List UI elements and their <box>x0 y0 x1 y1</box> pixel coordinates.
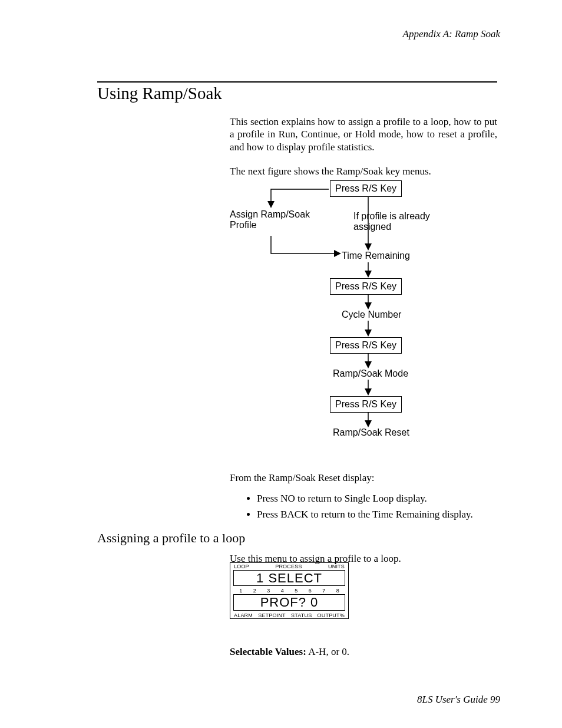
flow-if-assigned-label: If profile is already assigned <box>353 211 430 232</box>
lcd-line-2: PROF? 0 <box>233 594 345 610</box>
flow-assign-l1: Assign Ramp/Soak <box>230 209 310 219</box>
lbl-alarm: ALARM <box>234 612 253 618</box>
n1: 1 <box>234 588 248 594</box>
intro-paragraph-2: The next figure shows the Ramp/Soak key … <box>230 165 497 177</box>
selectable-values-label: Selectable Values: <box>230 646 306 657</box>
after-flow-text: From the Ramp/Soak Reset display: <box>230 472 497 484</box>
flow-press4-box: Press R/S Key <box>330 396 402 413</box>
bullet-no: Press NO to return to Single Loop displa… <box>257 490 497 506</box>
lcd-mid-numbers: 1 2 3 4 5 6 7 8 <box>230 587 348 594</box>
flow-assign-label: Assign Ramp/Soak Profile <box>230 209 310 230</box>
n4: 4 <box>276 588 290 594</box>
flow-mode: Ramp/Soak Mode <box>333 368 408 379</box>
flow-press3-box: Press R/S Key <box>330 337 402 354</box>
page-title: Using Ramp/Soak <box>97 84 222 103</box>
flow-start-box: Press R/S Key <box>330 180 402 197</box>
lcd-bottom-labels: ALARM SETPOINT STATUS OUTPUT% <box>230 612 348 618</box>
lbl-output: OUTPUT% <box>318 612 345 618</box>
flow-assign-l2: Profile <box>230 220 256 230</box>
running-header: Appendix A: Ramp Soak <box>403 28 500 40</box>
n6: 6 <box>303 588 318 594</box>
n3: 3 <box>262 588 276 594</box>
flow-if-l2: assigned <box>353 222 391 232</box>
n7: 7 <box>317 588 331 594</box>
lbl-setpoint: SETPOINT <box>258 612 286 618</box>
flow-reset: Ramp/Soak Reset <box>333 427 409 438</box>
lbl-loop: LOOP <box>234 564 249 569</box>
flow-if-l1: If profile is already <box>353 211 430 221</box>
lbl-status: STATUS <box>291 612 312 618</box>
page-footer: 8LS User's Guide 99 <box>417 694 500 706</box>
reset-display-options: Press NO to return to Single Loop displa… <box>240 490 497 522</box>
flow-time-remaining: Time Remaining <box>342 251 410 261</box>
lbl-process: PROCESS <box>275 564 302 569</box>
intro-paragraph-1: This section explains how to assign a pr… <box>230 116 497 153</box>
flow-press2-box: Press R/S Key <box>330 278 402 295</box>
section-heading-assign: Assigning a profile to a loop <box>97 531 245 546</box>
n5: 5 <box>289 588 303 594</box>
bullet-back: Press BACK to return to the Time Remaini… <box>257 506 497 522</box>
lcd-device-panel: LOOP PROCESS UNITS 1 SELECT 1 2 3 4 5 6 … <box>230 562 349 619</box>
lcd-line-1: 1 SELECT <box>233 570 345 586</box>
n2: 2 <box>248 588 262 594</box>
flow-cycle-number: Cycle Number <box>342 309 401 320</box>
lbl-units: UNITS <box>328 564 345 569</box>
section-rule <box>97 81 497 83</box>
n8: 8 <box>331 588 345 594</box>
selectable-values: A-H, or 0. <box>306 646 349 657</box>
ramp-soak-flowchart: Press R/S Key Assign Ramp/Soak Profile I… <box>230 177 507 477</box>
lcd-top-labels: LOOP PROCESS UNITS <box>230 563 348 569</box>
